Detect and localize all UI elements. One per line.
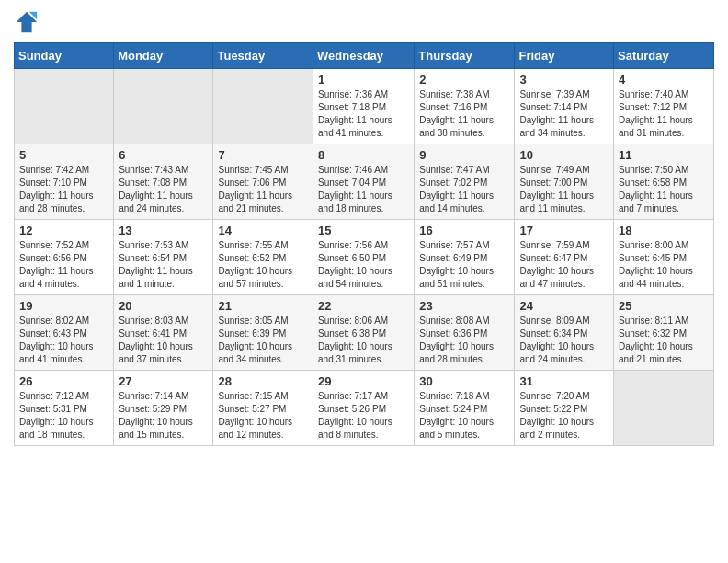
- calendar-cell: 26Sunrise: 7:12 AM Sunset: 5:31 PM Dayli…: [15, 371, 114, 446]
- day-number: 30: [419, 374, 509, 388]
- day-number: 11: [619, 148, 709, 162]
- day-info: Sunrise: 7:42 AM Sunset: 7:10 PM Dayligh…: [19, 164, 108, 215]
- calendar-cell: [15, 69, 114, 144]
- day-info: Sunrise: 7:45 AM Sunset: 7:06 PM Dayligh…: [218, 164, 308, 215]
- day-info: Sunrise: 7:47 AM Sunset: 7:02 PM Dayligh…: [419, 164, 509, 215]
- calendar-cell: [614, 371, 714, 446]
- day-info: Sunrise: 7:59 AM Sunset: 6:47 PM Dayligh…: [519, 239, 609, 291]
- day-number: 31: [519, 374, 609, 388]
- day-info: Sunrise: 7:39 AM Sunset: 7:14 PM Dayligh…: [519, 88, 609, 140]
- calendar-cell: 13Sunrise: 7:53 AM Sunset: 6:54 PM Dayli…: [114, 220, 213, 295]
- calendar-cell: 22Sunrise: 8:06 AM Sunset: 6:38 PM Dayli…: [313, 295, 415, 371]
- day-info: Sunrise: 7:15 AM Sunset: 5:27 PM Dayligh…: [218, 390, 308, 442]
- day-info: Sunrise: 7:56 AM Sunset: 6:50 PM Dayligh…: [318, 239, 409, 291]
- day-info: Sunrise: 8:06 AM Sunset: 6:38 PM Dayligh…: [318, 315, 409, 366]
- day-number: 5: [19, 148, 108, 162]
- calendar-cell: 29Sunrise: 7:17 AM Sunset: 5:26 PM Dayli…: [313, 371, 415, 446]
- day-info: Sunrise: 7:50 AM Sunset: 6:58 PM Dayligh…: [619, 164, 709, 215]
- calendar-cell: 10Sunrise: 7:49 AM Sunset: 7:00 PM Dayli…: [515, 144, 614, 220]
- day-number: 27: [119, 374, 208, 388]
- calendar-cell: 11Sunrise: 7:50 AM Sunset: 6:58 PM Dayli…: [614, 144, 714, 220]
- calendar-cell: 17Sunrise: 7:59 AM Sunset: 6:47 PM Dayli…: [515, 220, 614, 295]
- calendar-week-row: 19Sunrise: 8:02 AM Sunset: 6:43 PM Dayli…: [15, 295, 714, 371]
- day-number: 17: [519, 224, 609, 237]
- logo-icon: [14, 9, 40, 35]
- day-info: Sunrise: 7:20 AM Sunset: 5:22 PM Dayligh…: [519, 390, 609, 442]
- day-number: 4: [619, 73, 709, 86]
- calendar-cell: 27Sunrise: 7:14 AM Sunset: 5:29 PM Dayli…: [114, 371, 213, 446]
- weekday-header: Saturday: [614, 43, 714, 69]
- weekday-header: Sunday: [15, 43, 114, 69]
- day-info: Sunrise: 7:43 AM Sunset: 7:08 PM Dayligh…: [119, 164, 208, 215]
- day-number: 28: [218, 374, 308, 388]
- day-info: Sunrise: 8:00 AM Sunset: 6:45 PM Dayligh…: [619, 239, 709, 291]
- calendar-cell: 3Sunrise: 7:39 AM Sunset: 7:14 PM Daylig…: [515, 69, 614, 144]
- day-info: Sunrise: 7:12 AM Sunset: 5:31 PM Dayligh…: [19, 390, 108, 442]
- day-number: 7: [218, 148, 308, 162]
- calendar-cell: 18Sunrise: 8:00 AM Sunset: 6:45 PM Dayli…: [614, 220, 714, 295]
- day-number: 21: [218, 299, 308, 313]
- day-number: 22: [318, 299, 409, 313]
- day-info: Sunrise: 7:55 AM Sunset: 6:52 PM Dayligh…: [218, 239, 308, 291]
- weekday-header: Thursday: [415, 43, 515, 69]
- day-info: Sunrise: 8:03 AM Sunset: 6:41 PM Dayligh…: [119, 315, 208, 366]
- day-number: 13: [119, 224, 208, 237]
- calendar-cell: 9Sunrise: 7:47 AM Sunset: 7:02 PM Daylig…: [415, 144, 515, 220]
- calendar-header-row: SundayMondayTuesdayWednesdayThursdayFrid…: [15, 43, 714, 69]
- logo: [14, 9, 43, 35]
- calendar-cell: 19Sunrise: 8:02 AM Sunset: 6:43 PM Dayli…: [15, 295, 114, 371]
- calendar-cell: 23Sunrise: 8:08 AM Sunset: 6:36 PM Dayli…: [415, 295, 515, 371]
- calendar-cell: 5Sunrise: 7:42 AM Sunset: 7:10 PM Daylig…: [15, 144, 114, 220]
- day-info: Sunrise: 7:36 AM Sunset: 7:18 PM Dayligh…: [318, 88, 409, 140]
- day-number: 6: [119, 148, 208, 162]
- weekday-header: Tuesday: [213, 43, 313, 69]
- calendar-cell: 16Sunrise: 7:57 AM Sunset: 6:49 PM Dayli…: [415, 220, 515, 295]
- day-info: Sunrise: 8:09 AM Sunset: 6:34 PM Dayligh…: [519, 315, 609, 366]
- day-number: 2: [419, 73, 509, 86]
- calendar-cell: 25Sunrise: 8:11 AM Sunset: 6:32 PM Dayli…: [614, 295, 714, 371]
- calendar-cell: 28Sunrise: 7:15 AM Sunset: 5:27 PM Dayli…: [213, 371, 313, 446]
- weekday-header: Friday: [515, 43, 614, 69]
- day-number: 18: [619, 224, 709, 237]
- day-number: 25: [619, 299, 709, 313]
- day-info: Sunrise: 7:14 AM Sunset: 5:29 PM Dayligh…: [119, 390, 208, 442]
- calendar-cell: 21Sunrise: 8:05 AM Sunset: 6:39 PM Dayli…: [213, 295, 313, 371]
- calendar-cell: 7Sunrise: 7:45 AM Sunset: 7:06 PM Daylig…: [213, 144, 313, 220]
- day-info: Sunrise: 7:46 AM Sunset: 7:04 PM Dayligh…: [318, 164, 409, 215]
- day-info: Sunrise: 7:52 AM Sunset: 6:56 PM Dayligh…: [19, 239, 108, 291]
- calendar-cell: 6Sunrise: 7:43 AM Sunset: 7:08 PM Daylig…: [114, 144, 213, 220]
- weekday-header: Monday: [114, 43, 213, 69]
- calendar-cell: [213, 69, 313, 144]
- calendar-cell: 12Sunrise: 7:52 AM Sunset: 6:56 PM Dayli…: [15, 220, 114, 295]
- day-number: 14: [218, 224, 308, 237]
- calendar-week-row: 26Sunrise: 7:12 AM Sunset: 5:31 PM Dayli…: [15, 371, 714, 446]
- calendar-page: SundayMondayTuesdayWednesdayThursdayFrid…: [0, 0, 728, 563]
- day-number: 16: [419, 224, 509, 237]
- day-number: 20: [119, 299, 208, 313]
- day-info: Sunrise: 8:02 AM Sunset: 6:43 PM Dayligh…: [19, 315, 108, 366]
- day-info: Sunrise: 7:38 AM Sunset: 7:16 PM Dayligh…: [419, 88, 509, 140]
- day-number: 1: [318, 73, 409, 86]
- day-info: Sunrise: 8:08 AM Sunset: 6:36 PM Dayligh…: [419, 315, 509, 366]
- calendar-cell: 31Sunrise: 7:20 AM Sunset: 5:22 PM Dayli…: [515, 371, 614, 446]
- calendar-week-row: 12Sunrise: 7:52 AM Sunset: 6:56 PM Dayli…: [15, 220, 714, 295]
- day-number: 10: [519, 148, 609, 162]
- calendar-week-row: 5Sunrise: 7:42 AM Sunset: 7:10 PM Daylig…: [15, 144, 714, 220]
- calendar-cell: 24Sunrise: 8:09 AM Sunset: 6:34 PM Dayli…: [515, 295, 614, 371]
- weekday-header: Wednesday: [313, 43, 415, 69]
- page-header: [14, 9, 714, 35]
- calendar-week-row: 1Sunrise: 7:36 AM Sunset: 7:18 PM Daylig…: [15, 69, 714, 144]
- calendar-cell: 1Sunrise: 7:36 AM Sunset: 7:18 PM Daylig…: [313, 69, 415, 144]
- day-info: Sunrise: 7:17 AM Sunset: 5:26 PM Dayligh…: [318, 390, 409, 442]
- day-info: Sunrise: 7:57 AM Sunset: 6:49 PM Dayligh…: [419, 239, 509, 291]
- day-number: 12: [19, 224, 108, 237]
- day-number: 26: [19, 374, 108, 388]
- day-info: Sunrise: 7:53 AM Sunset: 6:54 PM Dayligh…: [119, 239, 208, 291]
- calendar-cell: 2Sunrise: 7:38 AM Sunset: 7:16 PM Daylig…: [415, 69, 515, 144]
- day-number: 19: [19, 299, 108, 313]
- day-number: 8: [318, 148, 409, 162]
- day-number: 3: [519, 73, 609, 86]
- day-info: Sunrise: 7:40 AM Sunset: 7:12 PM Dayligh…: [619, 88, 709, 140]
- day-info: Sunrise: 7:49 AM Sunset: 7:00 PM Dayligh…: [519, 164, 609, 215]
- calendar-cell: 8Sunrise: 7:46 AM Sunset: 7:04 PM Daylig…: [313, 144, 415, 220]
